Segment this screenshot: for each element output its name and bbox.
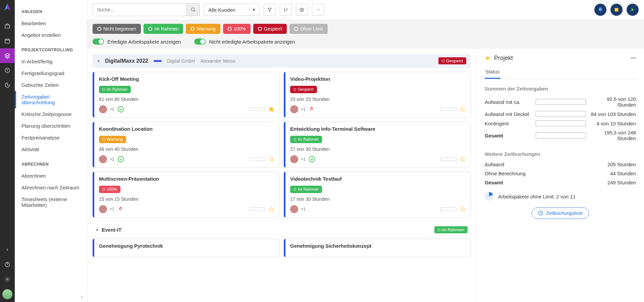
caret-down-icon[interactable]: ▾ <box>96 227 98 233</box>
rail-help-icon[interactable] <box>0 257 15 272</box>
card-hours: 48 von 40 Stunden <box>99 146 275 152</box>
avatar[interactable] <box>99 155 107 163</box>
nav-item[interactable]: Aktivität <box>15 143 87 155</box>
row-label: Ohne Berechnung <box>485 171 606 176</box>
summary-row: Aufwand205 Stunden <box>485 162 636 167</box>
sort-icon[interactable] <box>280 4 292 16</box>
nav-item[interactable]: Abrechnen <box>15 170 87 182</box>
nav-item[interactable]: Planung überschritten <box>15 120 87 132</box>
filter-chip[interactable]: 100% <box>223 24 251 34</box>
star-icon[interactable] <box>459 106 466 113</box>
summary-row: Kontingent4 von 10 Stunden <box>485 120 636 126</box>
workpackage-card[interactable]: Kick-Off MeetingIm Rahmen61 von 80 Stund… <box>93 72 280 118</box>
rail-expand-icon[interactable] <box>0 242 15 257</box>
more-icon[interactable] <box>312 4 324 16</box>
customer-dropdown[interactable]: Alle Kunden ▾ <box>204 4 260 16</box>
user-avatar[interactable] <box>2 289 12 299</box>
notes-button[interactable] <box>610 4 623 16</box>
star-icon[interactable] <box>268 106 275 113</box>
nav-item[interactable]: Kritische Zeitprognose <box>15 108 87 120</box>
search-input[interactable] <box>93 4 186 15</box>
rail-layers-icon[interactable] <box>0 48 15 63</box>
status-dot-icon <box>258 27 262 31</box>
filter-chip[interactable]: Gesperrt <box>253 24 287 34</box>
sidenav: ANLEGENBearbeitenAngebot erstellenPROJEK… <box>15 0 87 302</box>
card-plus-count: +2 <box>110 107 114 112</box>
workpackage-card[interactable]: Multiscreen-Präsentation100%15 von 15 St… <box>93 172 280 218</box>
nav-item[interactable]: Gebuchte Zeiten <box>15 79 87 91</box>
star-icon[interactable]: ★ <box>485 54 491 62</box>
card-title: Genehmigung Pyrotechnik <box>99 243 275 249</box>
svg-point-5 <box>191 8 194 11</box>
nav-item[interactable]: Zeitvorgabe/-überschreitung <box>15 91 87 108</box>
filter-chip[interactable]: Im Rahmen <box>144 24 183 34</box>
nav-item[interactable]: Fertigstellungsgrad <box>15 67 87 79</box>
toggle-undone[interactable]: Nicht erledigte Arbeitspakete anzeigen <box>194 39 295 45</box>
star-icon[interactable] <box>459 156 466 163</box>
chevron-down-icon: ▾ <box>249 7 255 13</box>
section1-title: Summen der Zeitvorgaben <box>485 86 636 92</box>
tab-status[interactable]: Status <box>485 65 500 79</box>
nav-item[interactable]: Festpreisanalyse <box>15 132 87 143</box>
filter-icon[interactable] <box>264 4 276 16</box>
filter-chip[interactable]: Ohne Limit <box>289 24 328 34</box>
rail-gear-icon[interactable] <box>0 272 15 287</box>
card-hours: 17 von 30 Stunden <box>290 196 466 202</box>
workpackage-card[interactable]: Genehmigung Pyrotechnik <box>93 239 280 257</box>
card-title: Video-Projektion <box>290 76 466 82</box>
subgroup-header[interactable]: ▾ Event-IT Im Rahmen <box>93 224 471 235</box>
star-icon[interactable] <box>459 206 466 213</box>
play-button[interactable] <box>627 4 639 16</box>
avatar[interactable] <box>290 205 298 213</box>
filter-chip[interactable]: Nicht begonnen <box>93 24 141 34</box>
card-progress-bar <box>249 158 265 161</box>
toggle-done[interactable]: Erledigte Arbeitspakete anzeigen <box>93 39 181 45</box>
more-icon[interactable]: ••• <box>631 55 636 61</box>
sidenav-collapse-icon[interactable] <box>79 295 84 299</box>
nav-item[interactable]: Timesheets (externe Mitarbeiter) <box>15 193 87 211</box>
notification-button[interactable] <box>594 4 606 16</box>
workpackage-card[interactable]: Entwicklung Info-Terminal SoftwareIm Rah… <box>284 122 471 168</box>
row-label: Gesamt <box>485 180 603 185</box>
nav-item[interactable]: Bearbeiten <box>15 17 87 29</box>
subgroup-status-pill: Im Rahmen <box>434 226 468 233</box>
svg-rect-0 <box>5 25 10 28</box>
star-icon[interactable] <box>268 156 275 163</box>
avatar[interactable] <box>99 105 107 113</box>
app-logo <box>3 3 12 12</box>
avatar[interactable] <box>290 155 298 163</box>
row-bar <box>536 111 586 117</box>
right-panel: ★ Projekt ••• Status Summen der Zeitvorg… <box>476 49 644 302</box>
card-plus-count: +1 <box>110 207 114 212</box>
caret-down-icon[interactable]: ▾ <box>97 58 100 64</box>
avatar[interactable] <box>99 205 107 213</box>
project-status-pill: Gesperrt <box>438 57 466 64</box>
status-dot-icon <box>294 27 298 31</box>
row-label: Kontingent <box>485 121 532 126</box>
card-title: Koordination Location <box>99 126 275 132</box>
workpackage-card[interactable]: Genehmigung Sicherheitskonzept <box>284 239 471 257</box>
avatar[interactable] <box>290 105 298 113</box>
card-hours: 15 von 15 Stunden <box>99 196 275 202</box>
filter-row: Nicht begonnenIm RahmenWarnung100%Gesper… <box>87 20 644 49</box>
search-button[interactable] <box>186 4 200 16</box>
workpackage-card[interactable]: Koordination LocationWarnung48 von 40 St… <box>93 122 280 168</box>
workpackage-card[interactable]: Video-ProjektionGesperrt23 von 23 Stunde… <box>284 72 471 118</box>
nav-item[interactable]: In Arbeit/fertig <box>15 56 87 67</box>
row-bar <box>536 132 586 138</box>
row-value: 44 Stunden <box>610 171 636 176</box>
svg-point-12 <box>309 157 315 162</box>
workpackage-card[interactable]: Videotechnik TestlaufIm Rahmen17 von 30 … <box>284 172 471 218</box>
project-header[interactable]: ▾ DigitalMaxx 2022 Digital GmbH Alexande… <box>93 54 471 68</box>
timebooking-list-button[interactable]: Zeitbuchungsliste <box>532 207 589 219</box>
star-icon[interactable] <box>296 4 308 16</box>
rail-chart-icon[interactable] <box>0 78 15 93</box>
rail-briefcase-icon[interactable] <box>0 19 15 34</box>
subgroup-title: Event-IT <box>102 227 121 233</box>
rail-calendar-icon[interactable] <box>0 34 15 48</box>
nav-item[interactable]: Abrechnen nach Zeitraum <box>15 182 87 193</box>
filter-chip[interactable]: Warnung <box>186 24 220 34</box>
star-icon[interactable] <box>268 206 275 213</box>
nav-item[interactable]: Angebot erstellen <box>15 29 87 41</box>
rail-clock-icon[interactable] <box>0 63 15 78</box>
